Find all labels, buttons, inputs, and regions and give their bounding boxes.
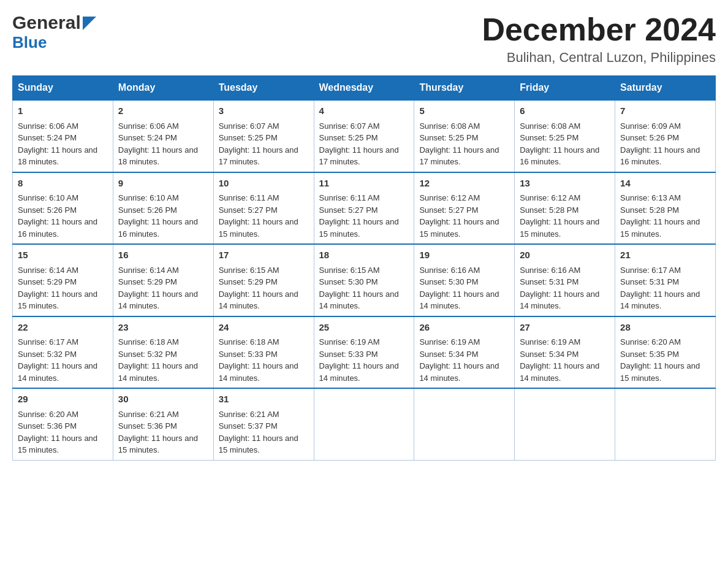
calendar-cell: 4Sunrise: 6:07 AMSunset: 5:25 PMDaylight… (314, 100, 414, 172)
sunset-text: Sunset: 5:30 PM (419, 277, 478, 286)
day-number: 13 (520, 177, 610, 191)
calendar-cell: 1Sunrise: 6:06 AMSunset: 5:24 PMDaylight… (13, 100, 113, 172)
sunset-text: Sunset: 5:33 PM (319, 350, 378, 359)
sunrise-text: Sunrise: 6:18 AM (118, 337, 179, 347)
calendar-cell: 11Sunrise: 6:11 AMSunset: 5:27 PMDayligh… (314, 172, 414, 245)
column-header-thursday: Thursday (414, 76, 515, 101)
day-number: 1 (18, 104, 108, 118)
day-number: 14 (620, 177, 710, 191)
sunrise-text: Sunrise: 6:10 AM (18, 193, 78, 202)
day-number: 21 (620, 248, 710, 262)
header-row: SundayMondayTuesdayWednesdayThursdayFrid… (13, 76, 716, 101)
calendar-cell: 10Sunrise: 6:11 AMSunset: 5:27 PMDayligh… (213, 172, 314, 245)
day-number: 10 (219, 177, 309, 191)
calendar-cell: 26Sunrise: 6:19 AMSunset: 5:34 PMDayligh… (414, 316, 515, 389)
calendar-header: SundayMondayTuesdayWednesdayThursdayFrid… (13, 76, 716, 101)
sunrise-text: Sunrise: 6:16 AM (520, 266, 580, 275)
daylight-text: Daylight: 11 hours and 14 minutes. (18, 361, 97, 383)
calendar-cell: 16Sunrise: 6:14 AMSunset: 5:29 PMDayligh… (113, 244, 213, 316)
daylight-text: Daylight: 11 hours and 16 minutes. (620, 145, 700, 167)
day-number: 27 (520, 321, 610, 335)
week-row-3: 15Sunrise: 6:14 AMSunset: 5:29 PMDayligh… (13, 244, 716, 316)
calendar-cell: 7Sunrise: 6:09 AMSunset: 5:26 PMDaylight… (615, 100, 716, 172)
daylight-text: Daylight: 11 hours and 17 minutes. (419, 145, 499, 167)
sunset-text: Sunset: 5:26 PM (620, 133, 679, 142)
sunrise-text: Sunrise: 6:08 AM (419, 121, 480, 131)
sunrise-text: Sunrise: 6:10 AM (118, 193, 179, 202)
day-number: 17 (219, 248, 309, 262)
sunrise-text: Sunrise: 6:14 AM (118, 266, 179, 275)
svg-marker-0 (83, 17, 96, 30)
page-header: General Blue December 2024 Bulihan, Cent… (12, 12, 716, 66)
daylight-text: Daylight: 11 hours and 18 minutes. (118, 145, 198, 167)
daylight-text: Daylight: 11 hours and 18 minutes. (18, 145, 97, 167)
sunrise-text: Sunrise: 6:11 AM (219, 193, 279, 202)
daylight-text: Daylight: 11 hours and 15 minutes. (620, 361, 700, 383)
calendar-cell: 27Sunrise: 6:19 AMSunset: 5:34 PMDayligh… (515, 316, 615, 389)
calendar-cell: 29Sunrise: 6:20 AMSunset: 5:36 PMDayligh… (13, 388, 113, 460)
calendar-cell: 6Sunrise: 6:08 AMSunset: 5:25 PMDaylight… (515, 100, 615, 172)
daylight-text: Daylight: 11 hours and 16 minutes. (118, 217, 198, 239)
logo-triangle-icon (83, 17, 96, 30)
calendar-cell: 2Sunrise: 6:06 AMSunset: 5:24 PMDaylight… (113, 100, 213, 172)
sunset-text: Sunset: 5:32 PM (118, 350, 177, 359)
day-number: 8 (18, 177, 108, 191)
calendar-cell: 25Sunrise: 6:19 AMSunset: 5:33 PMDayligh… (314, 316, 414, 389)
sunset-text: Sunset: 5:31 PM (520, 277, 578, 286)
calendar-cell (314, 388, 414, 460)
sunset-text: Sunset: 5:34 PM (419, 350, 478, 359)
day-number: 24 (219, 321, 309, 335)
day-number: 30 (118, 393, 208, 407)
calendar-cell: 28Sunrise: 6:20 AMSunset: 5:35 PMDayligh… (615, 316, 716, 389)
sunset-text: Sunset: 5:24 PM (118, 133, 177, 142)
daylight-text: Daylight: 11 hours and 15 minutes. (18, 289, 97, 311)
daylight-text: Daylight: 11 hours and 15 minutes. (419, 217, 499, 239)
month-title: December 2024 (482, 12, 716, 47)
logo-general-text: General (12, 12, 81, 33)
sunset-text: Sunset: 5:28 PM (620, 205, 679, 215)
calendar-cell: 14Sunrise: 6:13 AMSunset: 5:28 PMDayligh… (615, 172, 716, 245)
sunset-text: Sunset: 5:30 PM (319, 277, 378, 286)
calendar-table: SundayMondayTuesdayWednesdayThursdayFrid… (12, 75, 716, 461)
calendar-cell: 23Sunrise: 6:18 AMSunset: 5:32 PMDayligh… (113, 316, 213, 389)
day-number: 31 (219, 393, 309, 407)
sunset-text: Sunset: 5:35 PM (620, 350, 679, 359)
day-number: 6 (520, 104, 610, 118)
logo: General Blue (12, 12, 96, 52)
column-header-wednesday: Wednesday (314, 76, 414, 101)
sunrise-text: Sunrise: 6:13 AM (620, 193, 681, 202)
day-number: 15 (18, 248, 108, 262)
sunrise-text: Sunrise: 6:08 AM (520, 121, 580, 131)
daylight-text: Daylight: 11 hours and 16 minutes. (18, 217, 97, 239)
calendar-cell: 18Sunrise: 6:15 AMSunset: 5:30 PMDayligh… (314, 244, 414, 316)
sunset-text: Sunset: 5:25 PM (419, 133, 478, 142)
sunset-text: Sunset: 5:36 PM (118, 421, 177, 431)
daylight-text: Daylight: 11 hours and 14 minutes. (620, 289, 700, 311)
calendar-cell (414, 388, 515, 460)
daylight-text: Daylight: 11 hours and 17 minutes. (319, 145, 399, 167)
sunset-text: Sunset: 5:24 PM (18, 133, 77, 142)
sunrise-text: Sunrise: 6:09 AM (620, 121, 681, 131)
calendar-cell: 12Sunrise: 6:12 AMSunset: 5:27 PMDayligh… (414, 172, 515, 245)
week-row-1: 1Sunrise: 6:06 AMSunset: 5:24 PMDaylight… (13, 100, 716, 172)
sunrise-text: Sunrise: 6:15 AM (219, 266, 279, 275)
day-number: 22 (18, 321, 108, 335)
sunrise-text: Sunrise: 6:20 AM (620, 337, 681, 347)
sunrise-text: Sunrise: 6:07 AM (219, 121, 279, 131)
sunrise-text: Sunrise: 6:12 AM (520, 193, 580, 202)
daylight-text: Daylight: 11 hours and 15 minutes. (219, 217, 298, 239)
sunset-text: Sunset: 5:34 PM (520, 350, 578, 359)
calendar-cell: 31Sunrise: 6:21 AMSunset: 5:37 PMDayligh… (213, 388, 314, 460)
day-number: 11 (319, 177, 409, 191)
sunrise-text: Sunrise: 6:12 AM (419, 193, 480, 202)
calendar-cell: 21Sunrise: 6:17 AMSunset: 5:31 PMDayligh… (615, 244, 716, 316)
day-number: 28 (620, 321, 710, 335)
day-number: 3 (219, 104, 309, 118)
day-number: 18 (319, 248, 409, 262)
sunrise-text: Sunrise: 6:17 AM (18, 337, 78, 347)
sunrise-text: Sunrise: 6:16 AM (419, 266, 480, 275)
calendar-cell: 19Sunrise: 6:16 AMSunset: 5:30 PMDayligh… (414, 244, 515, 316)
day-number: 12 (419, 177, 509, 191)
calendar-cell: 3Sunrise: 6:07 AMSunset: 5:25 PMDaylight… (213, 100, 314, 172)
sunrise-text: Sunrise: 6:19 AM (319, 337, 380, 347)
